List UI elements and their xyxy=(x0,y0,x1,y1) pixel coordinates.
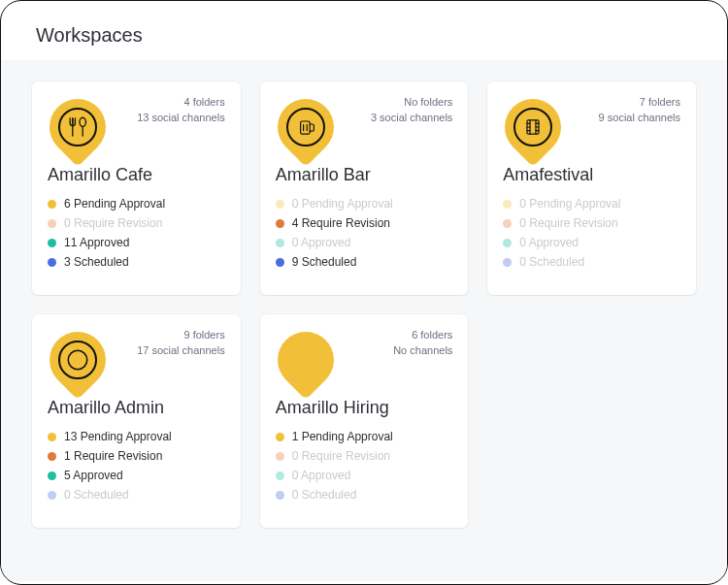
workspace-marker xyxy=(266,320,346,400)
status-list: 0 Pending Approval 0 Require Revision 0 … xyxy=(503,197,680,269)
status-label: 0 Pending Approval xyxy=(519,197,620,211)
status-label: 0 Require Revision xyxy=(64,216,162,230)
status-row: 0 Require Revision xyxy=(276,449,453,463)
workspace-card[interactable]: 9 folders 17 social channels Amarillo Ad… xyxy=(32,314,241,528)
status-label: 6 Pending Approval xyxy=(64,197,165,211)
status-dot xyxy=(503,239,512,247)
status-label: 9 Scheduled xyxy=(292,255,357,269)
card-meta: 4 folders 13 social channels xyxy=(137,95,225,126)
status-row: 13 Pending Approval xyxy=(48,430,225,443)
status-row: 0 Pending Approval xyxy=(503,197,680,211)
folders-count: 7 folders xyxy=(599,95,680,111)
workspace-title: Amarillo Admin xyxy=(48,398,225,418)
status-row: 0 Scheduled xyxy=(48,488,225,502)
status-dot xyxy=(503,219,512,228)
workspace-grid: 4 folders 13 social channels Amarillo Ca… xyxy=(32,81,696,528)
folders-count: 4 folders xyxy=(137,95,225,111)
channels-count: No channels xyxy=(393,343,452,359)
workspace-card[interactable]: 6 folders No channels Amarillo Hiring 1 … xyxy=(260,314,469,528)
status-row: 4 Require Revision xyxy=(276,216,453,230)
card-header: 9 folders 17 social channels xyxy=(48,328,225,388)
status-row: 0 Scheduled xyxy=(503,255,680,269)
svg-rect-1 xyxy=(300,121,310,134)
status-dot xyxy=(276,471,284,480)
status-label: 1 Require Revision xyxy=(64,449,162,463)
status-row: 0 Approved xyxy=(503,236,680,249)
status-label: 0 Pending Approval xyxy=(292,197,393,211)
status-row: 5 Approved xyxy=(48,469,225,482)
card-header: 6 folders No channels xyxy=(276,328,453,388)
folders-count: 6 folders xyxy=(393,328,452,343)
status-dot xyxy=(48,258,56,267)
status-label: 0 Scheduled xyxy=(519,255,584,269)
blank-icon xyxy=(286,341,325,379)
status-dot xyxy=(276,491,284,500)
status-dot xyxy=(48,219,56,228)
status-row: 1 Pending Approval xyxy=(276,430,453,443)
status-list: 0 Pending Approval 4 Require Revision 0 … xyxy=(276,197,453,269)
status-dot xyxy=(48,471,56,480)
workspace-marker xyxy=(38,87,117,167)
status-dot xyxy=(276,239,284,247)
header: Workspaces xyxy=(1,1,727,60)
status-row: 3 Scheduled xyxy=(48,255,225,269)
card-header: 4 folders 13 social channels xyxy=(48,95,225,155)
status-dot xyxy=(276,433,284,441)
status-dot xyxy=(48,491,56,500)
workspace-card[interactable]: No folders 3 social channels Amarillo Ba… xyxy=(260,81,469,295)
status-label: 0 Require Revision xyxy=(292,449,390,463)
channels-count: 3 social channels xyxy=(371,111,452,126)
status-row: 0 Scheduled xyxy=(276,488,453,502)
card-meta: 6 folders No channels xyxy=(393,328,452,359)
fork-spoon-icon xyxy=(58,108,97,146)
status-label: 11 Approved xyxy=(64,236,129,249)
status-label: 1 Pending Approval xyxy=(292,430,393,443)
status-list: 6 Pending Approval 0 Require Revision 11… xyxy=(48,197,225,269)
status-row: 0 Approved xyxy=(276,236,453,249)
channels-count: 17 social channels xyxy=(137,343,225,359)
status-dot xyxy=(503,200,512,209)
status-dot xyxy=(48,452,56,461)
workspaces-window: { "header": { "title": "Workspaces" }, "… xyxy=(0,0,728,585)
status-dot xyxy=(276,200,284,209)
status-row: 9 Scheduled xyxy=(276,255,453,269)
status-dot xyxy=(276,258,284,267)
page-title: Workspaces xyxy=(36,24,692,47)
film-strip-icon xyxy=(513,108,552,146)
workspace-title: Amarillo Hiring xyxy=(276,398,453,418)
plate-icon xyxy=(58,341,97,379)
status-dot xyxy=(48,239,56,247)
status-list: 13 Pending Approval 1 Require Revision 5… xyxy=(48,430,225,502)
status-label: 0 Scheduled xyxy=(64,488,129,502)
svg-point-3 xyxy=(68,350,87,370)
status-row: 6 Pending Approval xyxy=(48,197,225,211)
card-meta: 7 folders 9 social channels xyxy=(599,95,680,126)
status-row: 0 Require Revision xyxy=(48,216,225,230)
workspace-marker xyxy=(266,87,346,167)
card-header: No folders 3 social channels xyxy=(276,95,453,155)
folders-count: 9 folders xyxy=(137,328,225,343)
status-dot xyxy=(503,258,512,267)
workspace-card[interactable]: 4 folders 13 social channels Amarillo Ca… xyxy=(32,81,241,295)
beer-mug-icon xyxy=(286,108,325,146)
status-row: 0 Require Revision xyxy=(503,216,680,230)
card-header: 7 folders 9 social channels xyxy=(503,95,680,155)
status-label: 3 Scheduled xyxy=(64,255,129,269)
channels-count: 9 social channels xyxy=(599,111,680,126)
workspace-title: Amarillo Cafe xyxy=(48,165,225,185)
status-label: 13 Pending Approval xyxy=(64,430,172,443)
card-meta: No folders 3 social channels xyxy=(371,95,452,126)
status-list: 1 Pending Approval 0 Require Revision 0 … xyxy=(276,430,453,502)
status-dot xyxy=(48,433,56,441)
workspace-card[interactable]: 7 folders 9 social channels Amafestival … xyxy=(487,81,696,295)
status-dot xyxy=(276,219,284,228)
status-label: 4 Require Revision xyxy=(292,216,390,230)
status-label: 0 Approved xyxy=(292,469,351,482)
status-row: 0 Approved xyxy=(276,469,453,482)
workspace-marker xyxy=(38,320,117,400)
workspace-title: Amarillo Bar xyxy=(276,165,453,185)
status-dot xyxy=(48,200,56,209)
status-label: 0 Scheduled xyxy=(292,488,357,502)
card-meta: 9 folders 17 social channels xyxy=(137,328,225,359)
status-row: 1 Require Revision xyxy=(48,449,225,463)
